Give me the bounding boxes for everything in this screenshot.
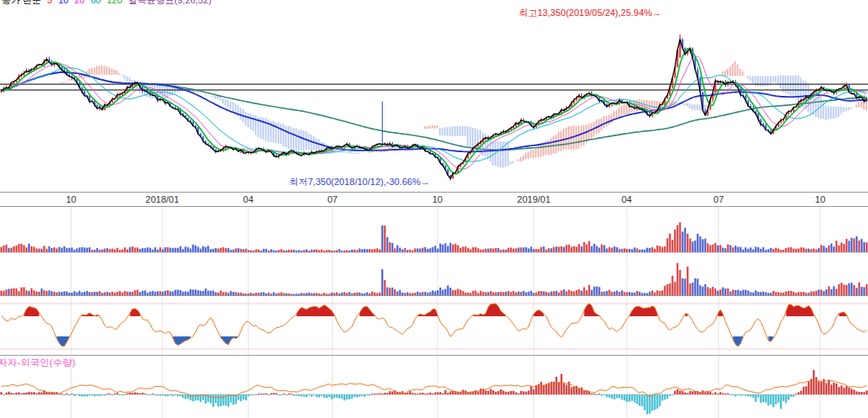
time-axis-label: 04: [622, 194, 632, 204]
stock-chart-window: 종가 단순5102060120일목균형표(9,26,52) 최고13,350(2…: [0, 0, 868, 418]
time-axis-label: 10: [66, 194, 76, 204]
time-axis-label: 10: [432, 194, 442, 204]
legend-item: 일목균형표(9,26,52): [128, 0, 211, 5]
volume-panel[interactable]: [0, 207, 868, 253]
time-axis-label: 10: [815, 194, 825, 204]
legend-item: 5: [47, 0, 52, 5]
oscillator-panel[interactable]: [0, 296, 868, 356]
price-chart-canvas: [0, 0, 868, 192]
legend-item: 10: [58, 0, 68, 5]
investor-foreigner-label: 투자자-외국인(수량): [0, 357, 76, 369]
time-axis: 102018/010407102019/01040710: [0, 192, 868, 207]
time-axis-label: 2018/01: [146, 194, 179, 204]
time-axis-label: 07: [327, 194, 337, 204]
time-axis-label: 04: [243, 194, 253, 204]
legend-item: 종가 단순: [2, 0, 41, 5]
high-price-annotation: 최고13,350(2019/05/24),25.94%→: [519, 7, 661, 19]
time-axis-label: 07: [713, 194, 723, 204]
ma-legend: 종가 단순5102060120일목균형표(9,26,52): [2, 0, 217, 7]
legend-item: 120: [107, 0, 122, 5]
price-chart-panel[interactable]: 종가 단순5102060120일목균형표(9,26,52) 최고13,350(2…: [0, 0, 868, 192]
volume-panel-2[interactable]: [0, 253, 868, 296]
legend-item: 60: [91, 0, 101, 5]
investor-foreigner-panel[interactable]: 투자자-외국인(수량): [0, 356, 868, 418]
investor-foreigner-canvas: [0, 356, 868, 418]
volume-canvas-2: [0, 253, 868, 296]
volume-canvas: [0, 207, 868, 253]
low-price-annotation: 최저7,350(2018/10/12),-30.66%→: [289, 176, 430, 188]
oscillator-canvas: [0, 296, 868, 356]
legend-item: 20: [74, 0, 84, 5]
time-axis-label: 2019/01: [517, 194, 551, 204]
